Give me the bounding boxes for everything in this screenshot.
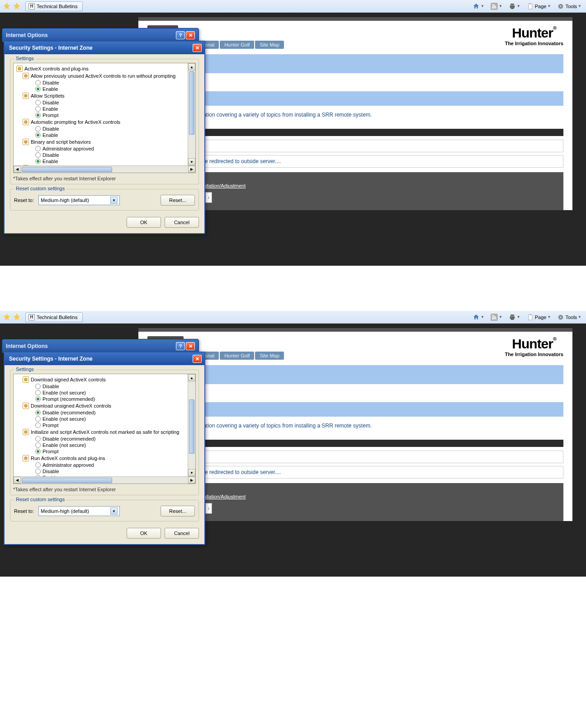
related-links-box: Related Links / | PDF Literature | Insta…: [147, 483, 563, 521]
favorites-star-icon[interactable]: [3, 313, 11, 322]
scroll-down-button[interactable]: ▼: [188, 158, 195, 165]
security-option-radio[interactable]: Enable: [23, 158, 186, 164]
gear-icon: [23, 119, 29, 125]
favorites-star-icon[interactable]: [3, 2, 11, 11]
reset-button[interactable]: Reset...: [161, 506, 195, 517]
scroll-left-button[interactable]: ◀: [14, 166, 21, 173]
security-option-radio[interactable]: Administrator approved: [23, 462, 186, 468]
security-option-radio[interactable]: Prompt: [23, 448, 186, 455]
close-button[interactable]: ✕: [193, 355, 202, 363]
tools-menu-button[interactable]: Tools▼: [555, 313, 583, 322]
nav-item[interactable]: Site Map: [255, 41, 284, 49]
reset-button[interactable]: Reset...: [161, 195, 195, 206]
feeds-button[interactable]: ▼: [489, 313, 504, 322]
radio-icon: [35, 100, 41, 105]
page-menu-button[interactable]: Page▼: [525, 313, 553, 322]
close-button[interactable]: ✕: [186, 342, 195, 350]
gear-icon: [23, 73, 29, 79]
security-option-radio[interactable]: Enable: [23, 106, 186, 112]
ok-button[interactable]: OK: [127, 217, 161, 228]
browser-tab[interactable]: H Technical Bulletins: [25, 1, 83, 11]
nav-item[interactable]: Hunter Golf: [220, 41, 254, 49]
radio-icon: [35, 152, 41, 158]
security-option-radio[interactable]: Disable: [23, 80, 186, 86]
tree-group-header: ActiveX controls and plug-ins: [16, 65, 186, 72]
security-option-radio[interactable]: Disable (recommended): [23, 409, 186, 416]
security-option-radio[interactable]: Enable (not secure): [23, 416, 186, 422]
hscroll-thumb[interactable]: [22, 167, 112, 172]
svg-rect-4: [491, 314, 498, 321]
add-favorite-star-icon[interactable]: [13, 313, 21, 322]
cancel-button[interactable]: Cancel: [165, 528, 199, 539]
security-option-radio[interactable]: Prompt: [23, 112, 186, 118]
security-option-radio[interactable]: Disable: [23, 152, 186, 158]
gear-icon: [16, 66, 23, 72]
close-button[interactable]: ✕: [193, 44, 202, 52]
scroll-left-button[interactable]: ◀: [14, 477, 21, 484]
home-button[interactable]: ▼: [471, 313, 486, 322]
radio-icon: [35, 416, 41, 422]
cancel-button[interactable]: Cancel: [165, 217, 199, 228]
security-option-radio[interactable]: Disable: [23, 383, 186, 390]
redirect-notice: Please note you will be redirected to ou…: [147, 466, 563, 479]
nav-item[interactable]: Hunter Golf: [220, 352, 254, 360]
help-button[interactable]: ?: [176, 342, 185, 350]
nav-item[interactable]: Site Map: [255, 352, 284, 360]
vertical-scrollbar[interactable]: ▲ ▼: [188, 63, 195, 165]
security-option-radio[interactable]: Enable (not secure): [23, 390, 186, 396]
radio-icon: [35, 442, 41, 448]
fieldset-legend: Reset custom settings: [14, 497, 66, 502]
add-favorite-star-icon[interactable]: [13, 2, 21, 11]
security-settings-dialog: Security Settings - Internet Zone ✕ Sett…: [4, 41, 205, 234]
print-button[interactable]: ▼: [507, 2, 522, 11]
dialog-titlebar[interactable]: Internet Options ? ✕: [2, 339, 198, 353]
page-menu-button[interactable]: Page▼: [525, 2, 553, 11]
scroll-right-button[interactable]: ▶: [188, 166, 195, 173]
security-option-radio[interactable]: Prompt: [23, 422, 186, 428]
feeds-button[interactable]: ▼: [489, 2, 504, 11]
radio-icon: [35, 384, 41, 389]
security-option-radio[interactable]: Disable (recommended): [23, 436, 186, 442]
gear-icon: [23, 139, 29, 145]
security-option-radio[interactable]: Enable: [23, 132, 186, 138]
horizontal-scrollbar[interactable]: ◀ ▶: [14, 165, 195, 173]
settings-fieldset: Settings Download signed ActiveX control…: [10, 370, 199, 495]
scroll-down-button[interactable]: ▼: [188, 469, 195, 476]
reset-level-select[interactable]: Medium-high (default) ▼: [38, 506, 120, 516]
settings-tree[interactable]: Download signed ActiveX controlsDisableE…: [13, 374, 196, 484]
scroll-thumb[interactable]: [189, 399, 194, 454]
tree-subgroup: Run ActiveX controls and plug-ins: [23, 455, 186, 462]
security-option-radio[interactable]: Enable: [23, 86, 186, 92]
ok-button[interactable]: OK: [127, 528, 161, 539]
security-settings-dialog: Security Settings - Internet Zone ✕ Sett…: [4, 352, 205, 545]
dialog-titlebar[interactable]: Security Settings - Internet Zone ✕: [5, 42, 204, 54]
scroll-right-button[interactable]: ▶: [188, 477, 195, 484]
browser-tab[interactable]: H Technical Bulletins: [25, 312, 83, 322]
settings-tree[interactable]: ActiveX controls and plug-insAllow previ…: [13, 63, 196, 173]
scroll-thumb[interactable]: [189, 71, 194, 135]
dialog-title-text: Security Settings - Internet Zone: [9, 356, 93, 362]
home-button[interactable]: ▼: [471, 2, 486, 11]
security-option-radio[interactable]: Enable (not secure): [23, 442, 186, 448]
reset-level-select[interactable]: Medium-high (default) ▼: [38, 195, 120, 205]
radio-icon: [35, 159, 41, 164]
vertical-scrollbar[interactable]: ▲ ▼: [188, 374, 195, 476]
dialog-titlebar[interactable]: Security Settings - Internet Zone ✕: [5, 352, 204, 365]
scroll-up-button[interactable]: ▲: [188, 374, 195, 381]
horizontal-scrollbar[interactable]: ◀ ▶: [14, 476, 195, 484]
hscroll-thumb[interactable]: [22, 478, 112, 483]
security-option-radio[interactable]: Disable: [23, 99, 186, 106]
help-button[interactable]: ?: [176, 31, 185, 39]
scroll-up-button[interactable]: ▲: [188, 63, 195, 70]
close-button[interactable]: ✕: [186, 31, 195, 39]
chevron-down-icon: ▼: [110, 507, 118, 515]
security-option-radio[interactable]: Disable: [23, 468, 186, 474]
security-option-radio[interactable]: Prompt (recommended): [23, 396, 186, 402]
tools-menu-button[interactable]: Tools▼: [555, 2, 583, 11]
security-option-radio[interactable]: Administrator approved: [23, 146, 186, 152]
radio-icon: [35, 126, 41, 132]
svg-point-7: [560, 316, 562, 318]
print-button[interactable]: ▼: [507, 313, 522, 322]
dialog-titlebar[interactable]: Internet Options ? ✕: [2, 28, 198, 42]
security-option-radio[interactable]: Disable: [23, 126, 186, 132]
